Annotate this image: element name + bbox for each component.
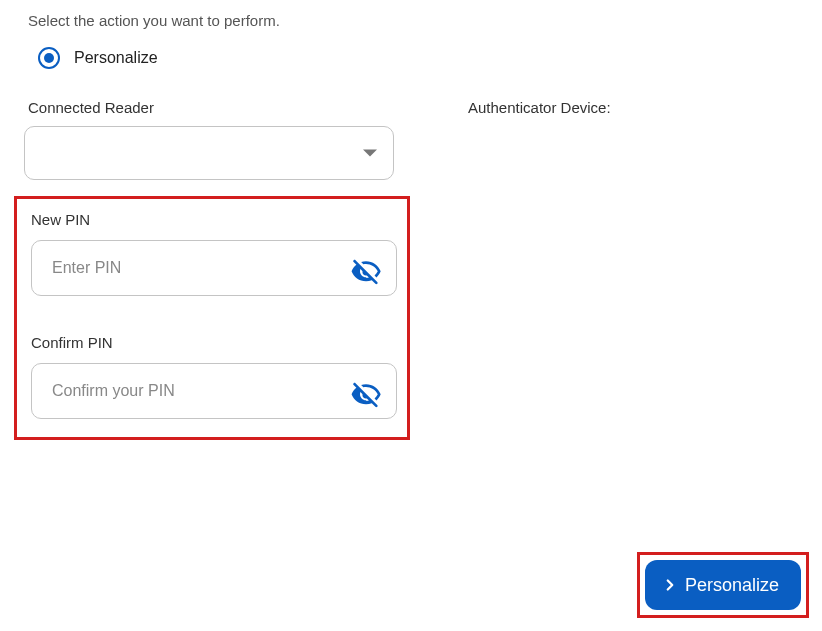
personalize-radio[interactable] [38,47,60,69]
personalize-button[interactable]: Personalize [645,560,801,610]
confirm-pin-label: Confirm PIN [31,334,393,351]
connected-reader-label: Connected Reader [28,99,420,116]
confirm-pin-input-wrap [31,363,397,419]
connected-reader-select[interactable] [24,126,394,180]
action-radio-group: Personalize [38,47,802,69]
instruction-text: Select the action you want to perform. [20,12,802,29]
confirm-pin-input[interactable] [50,381,344,401]
button-highlight: Personalize [637,552,809,618]
personalize-radio-label: Personalize [74,49,158,67]
personalize-button-label: Personalize [685,575,779,596]
chevron-right-icon [661,576,679,594]
radio-selected-dot [44,53,54,63]
authenticator-device-label: Authenticator Device: [468,99,802,116]
pin-fields-highlight: New PIN Confirm PIN [14,196,410,440]
new-pin-input[interactable] [50,258,344,278]
new-pin-input-wrap [31,240,397,296]
chevron-down-icon [363,150,377,157]
new-pin-label: New PIN [31,211,393,228]
visibility-off-icon[interactable] [350,379,382,403]
visibility-off-icon[interactable] [350,256,382,280]
